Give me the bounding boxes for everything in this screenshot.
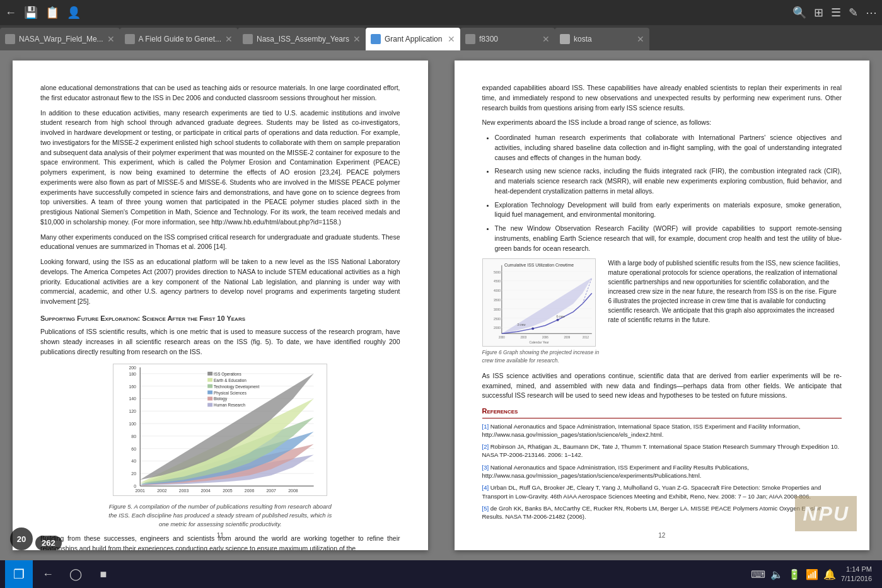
svg-text:2008: 2008 [288, 488, 298, 493]
title-bar: ← 💾 📋 👤 🔍 ⊞ ☰ ✎ ⋯ [0, 0, 882, 25]
ref-2: [2] Robinson JA, Rhatigan JL, Baumann DK… [482, 442, 842, 459]
taskbar-right: ⌨ 🔈 🔋 📶 🔔 1:14 PM 7/11/2016 [751, 565, 877, 584]
svg-text:120: 120 [129, 409, 137, 413]
taskbar-apps[interactable]: ■ [91, 562, 116, 587]
ref-4: [4] Urban DL, Ruff GA, Brooker JE, Clear… [482, 483, 842, 500]
svg-text:2001: 2001 [136, 488, 146, 493]
add-user-icon[interactable]: 👤 [67, 6, 81, 20]
tab-icon-nasa-warp [5, 34, 15, 44]
copy-icon[interactable]: 📋 [45, 6, 59, 20]
tab-close-field-guide[interactable]: ✕ [225, 34, 233, 44]
taskbar-keyboard-icon[interactable]: ⌨ [751, 568, 765, 580]
svg-text:100: 100 [129, 422, 137, 426]
svg-text:4000: 4000 [493, 289, 500, 292]
bullet-2: Research using new science racks, includ… [495, 166, 842, 196]
taskbar-home[interactable]: ◯ [63, 562, 88, 587]
save-icon[interactable]: 💾 [24, 6, 38, 20]
svg-rect-43 [207, 390, 212, 394]
svg-text:2007: 2007 [267, 488, 277, 493]
title-bar-icons[interactable]: ← 💾 📋 👤 [5, 6, 81, 20]
pen-icon[interactable]: ✎ [849, 6, 858, 20]
svg-text:4500: 4500 [493, 280, 500, 284]
svg-text:3000: 3000 [493, 308, 500, 311]
bullet-1: Coordinated human research experiments t… [495, 133, 842, 163]
svg-text:Physical Sciences: Physical Sciences [214, 390, 247, 395]
taskbar-wifi-icon: 📶 [806, 568, 818, 580]
tab-label-nasa-warp: NASA_Warp_Field_Me... [19, 35, 103, 43]
taskbar-back[interactable]: ← [35, 562, 61, 587]
left-para-4: Looking forward, using the ISS as an edu… [40, 257, 400, 307]
tab-close-nasa-iss[interactable]: ✕ [353, 34, 361, 44]
right-chart-caption: Figure 6 Graph showing the projected inc… [482, 349, 602, 365]
tab-close-kosta[interactable]: ✕ [637, 34, 644, 44]
tab-close-grant-application[interactable]: ✕ [448, 34, 455, 44]
left-page: alone educational demonstrations that ca… [13, 61, 428, 550]
tab-close-nasa-warp[interactable]: ✕ [107, 34, 115, 44]
taskbar-clock: 1:14 PM 7/11/2016 [841, 565, 872, 584]
tab-nasa-iss[interactable]: Nasa_ISS_Assemby_Years ✕ [238, 28, 366, 50]
taskbar-volume-icon[interactable]: 🔈 [770, 568, 783, 580]
ref-1: [1] National Aeronautics and Space Admin… [482, 422, 842, 439]
svg-text:40: 40 [132, 459, 137, 463]
taskbar-battery-icon: 🔋 [788, 568, 801, 580]
svg-text:Biology: Biology [214, 396, 228, 401]
svg-text:2500: 2500 [493, 318, 500, 321]
svg-text:Earth & Education: Earth & Education [214, 378, 247, 382]
start-button[interactable]: ❐ [5, 560, 33, 588]
back-icon[interactable]: ← [5, 6, 16, 20]
svg-text:2003: 2003 [179, 488, 189, 493]
svg-text:140: 140 [129, 396, 137, 401]
left-page-number: 11 [13, 531, 428, 540]
search-icon[interactable]: 🔍 [792, 6, 806, 20]
svg-point-68 [531, 328, 534, 330]
left-para-2: In addition to these education activitie… [40, 108, 400, 228]
title-bar-right-icons[interactable]: 🔍 ⊞ ☰ ✎ ⋯ [792, 6, 877, 20]
tab-icon-f8300 [465, 34, 475, 44]
svg-text:60: 60 [132, 446, 137, 451]
svg-text:160: 160 [129, 384, 137, 388]
ref-5: [5] de Groh KK, Banks BA, McCarthy CE, R… [482, 504, 842, 521]
tab-label-field-guide: A Field Guide to Genet... [139, 35, 221, 43]
tab-nasa-warp[interactable]: NASA_Warp_Field_Me... ✕ [0, 28, 120, 50]
utilization-chart: Cumulative ISS Utilization Crewtime [482, 258, 596, 347]
svg-text:20: 20 [132, 471, 137, 476]
grid-icon[interactable]: ⊞ [814, 6, 823, 20]
taskbar-time: 1:14 PM [841, 565, 872, 574]
right-chart-paragraph: With a large body of published scientifi… [608, 258, 842, 365]
right-chart-section: Cumulative ISS Utilization Crewtime [482, 258, 842, 365]
taskbar: ❐ ← ◯ ■ ⌨ 🔈 🔋 📶 🔔 1:14 PM 7/11/2016 [0, 560, 882, 588]
references-title: References [482, 406, 842, 418]
publications-chart: 0 20 40 60 80 100 120 140 160 180 200 [113, 364, 327, 496]
page-counter-current: 20 [10, 527, 33, 550]
tab-icon-kosta [560, 34, 570, 44]
svg-point-69 [556, 319, 559, 321]
bullet-4: The new Window Observation Research Faci… [495, 224, 842, 253]
ref-3: [3] National Aeronautics and Space Admin… [482, 463, 842, 480]
tab-field-guide[interactable]: A Field Guide to Genet... ✕ [120, 28, 238, 50]
svg-text:180: 180 [129, 371, 137, 376]
right-chart-wrapper: Cumulative ISS Utilization Crewtime [482, 258, 602, 365]
tab-icon-grant-application [371, 34, 381, 44]
section-para-1: Publications of ISS scientific results, … [40, 327, 400, 357]
bullet-3: Exploration Technology Development will … [495, 200, 842, 221]
svg-text:2000: 2000 [493, 327, 500, 330]
taskbar-notification-icon[interactable]: 🔔 [823, 568, 836, 580]
more-icon[interactable]: ⋯ [866, 6, 877, 20]
right-para-1: expanded capabilities aboard ISS. These … [482, 83, 842, 113]
tab-close-f8300[interactable]: ✕ [542, 34, 550, 44]
tab-kosta[interactable]: kosta ✕ [555, 28, 649, 50]
tab-f8300[interactable]: f8300 ✕ [460, 28, 555, 50]
svg-text:200: 200 [129, 365, 137, 369]
svg-text:2009: 2009 [564, 336, 570, 339]
tab-label-nasa-iss: Nasa_ISS_Assemby_Years [257, 35, 349, 43]
svg-rect-37 [207, 371, 212, 375]
svg-text:3500: 3500 [493, 299, 500, 302]
tab-grant-application[interactable]: Grant Application ✕ [366, 28, 460, 50]
tab-label-kosta: kosta [574, 35, 633, 43]
list-icon[interactable]: ☰ [831, 6, 841, 20]
right-bullets: Coordinated human research experiments t… [495, 133, 842, 253]
svg-text:ISS Operations: ISS Operations [214, 371, 241, 376]
svg-text:80: 80 [132, 434, 137, 438]
left-para-3: Many other experiments conduced on the I… [40, 233, 400, 253]
page-counter-total: 262 [35, 536, 62, 550]
